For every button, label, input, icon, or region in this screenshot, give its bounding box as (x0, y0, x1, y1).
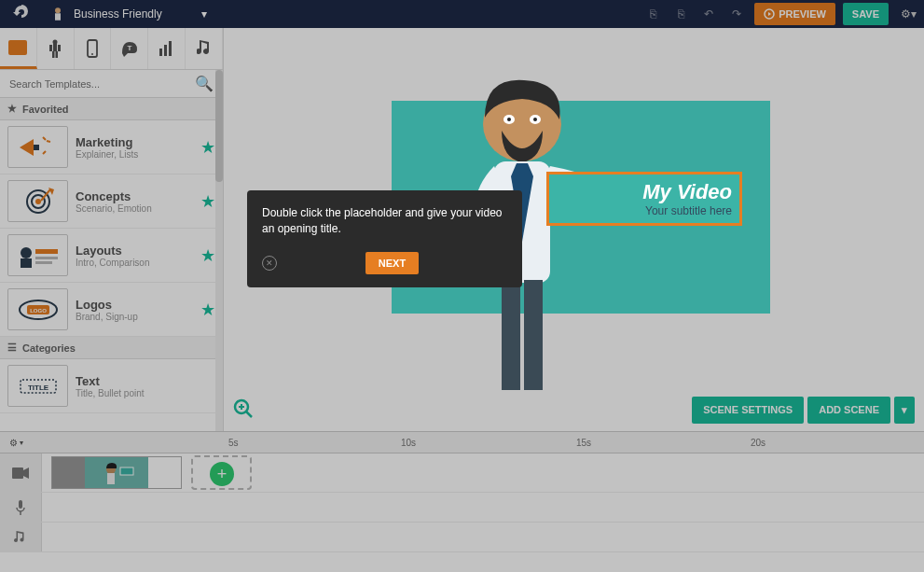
favorite-star-icon[interactable]: ★ (200, 300, 215, 320)
video-track: + (0, 453, 924, 493)
svg-point-0 (55, 7, 61, 13)
toolbar-icon-1[interactable]: ⎘ (639, 0, 667, 28)
add-scene-timeline-button[interactable]: + (210, 462, 234, 486)
settings-gear-icon[interactable]: ⚙▾ (892, 7, 924, 21)
svg-rect-1 (55, 13, 61, 21)
svg-rect-25 (35, 261, 52, 264)
save-button[interactable]: SAVE (843, 3, 889, 25)
chevron-down-icon: ▾ (201, 7, 207, 21)
tab-templates[interactable] (0, 28, 37, 69)
template-title: Text (76, 374, 215, 388)
tooltip-next-button[interactable]: NEXT (365, 252, 419, 274)
svg-rect-38 (502, 280, 520, 390)
template-subtitle: Brand, Sign-up (76, 312, 193, 322)
svg-rect-7 (49, 45, 52, 51)
template-thumb (7, 126, 68, 168)
timeline-tracks: + (0, 453, 924, 572)
svg-text:TITLE: TITLE (27, 384, 48, 392)
tooltip-close-icon[interactable]: ✕ (262, 256, 277, 271)
template-subtitle: Explainer, Lists (76, 149, 193, 160)
timeline-scene-clip[interactable] (51, 456, 182, 489)
svg-rect-8 (58, 45, 61, 51)
search-row: 🔍 (0, 70, 223, 98)
svg-rect-22 (21, 258, 32, 268)
template-title: Marketing (76, 135, 193, 149)
categories-header: ☰ Categories (0, 337, 223, 359)
sidebar-scroll-thumb[interactable] (215, 70, 223, 182)
svg-point-12 (91, 53, 93, 55)
undo-icon[interactable]: ↶ (695, 0, 723, 28)
svg-rect-17 (34, 145, 39, 150)
template-item-logos[interactable]: LOGO LogosBrand, Sign-up ★ (0, 283, 223, 337)
template-thumb: TITLE (7, 365, 68, 407)
template-item-text[interactable]: TITLE TextTitle, Bullet point (0, 359, 223, 413)
svg-rect-9 (52, 51, 55, 58)
tab-audio[interactable] (186, 28, 223, 69)
favorite-star-icon[interactable]: ★ (200, 191, 215, 212)
search-input[interactable] (9, 78, 195, 90)
template-thumb (7, 180, 68, 222)
favorite-star-icon[interactable]: ★ (200, 137, 215, 158)
add-scene-button[interactable]: ADD SCENE (807, 397, 890, 424)
star-icon: ★ (7, 103, 17, 115)
video-subtitle: Your subtitle here (645, 204, 732, 217)
sidebar-scrollbar[interactable] (215, 70, 223, 431)
list-icon: ☰ (7, 342, 17, 354)
toolbar-icon-2[interactable]: ⎘ (667, 0, 695, 28)
left-sidebar: T 🔍 ★ Favorited MarketingExplainer, List… (0, 28, 224, 431)
music-icon (0, 523, 42, 551)
favorited-header: ★ Favorited (0, 98, 223, 120)
template-title: Logos (76, 298, 193, 312)
svg-rect-23 (35, 249, 58, 254)
svg-rect-15 (164, 45, 167, 56)
timeline-tick: 5s (228, 438, 239, 448)
redo-icon[interactable]: ↷ (723, 0, 751, 28)
svg-rect-47 (120, 467, 133, 475)
play-icon (764, 8, 775, 20)
svg-rect-6 (53, 44, 57, 51)
avatar-icon (49, 6, 66, 22)
tab-character[interactable] (37, 28, 75, 69)
svg-point-20 (35, 199, 41, 204)
zoom-in-icon[interactable] (233, 398, 254, 424)
svg-rect-46 (107, 473, 115, 484)
scene-button-group: SCENE SETTINGS ADD SCENE ▾ (692, 397, 915, 424)
favorite-star-icon[interactable]: ★ (200, 245, 215, 266)
template-thumb (7, 234, 68, 276)
template-item-marketing[interactable]: MarketingExplainer, Lists ★ (0, 120, 223, 174)
svg-rect-44 (12, 467, 23, 479)
svg-rect-48 (19, 500, 22, 509)
svg-text:LOGO: LOGO (30, 308, 47, 314)
svg-point-5 (53, 40, 58, 45)
svg-point-33 (507, 118, 511, 121)
voice-track (0, 493, 924, 523)
app-logo[interactable] (0, 3, 42, 25)
template-subtitle: Scenario, Emotion (76, 203, 193, 214)
svg-point-4 (12, 43, 16, 47)
scene-settings-button[interactable]: SCENE SETTINGS (692, 397, 804, 424)
svg-rect-39 (524, 280, 543, 390)
svg-rect-24 (35, 257, 58, 259)
title-placeholder[interactable]: My Video Your subtitle here (546, 172, 742, 226)
theme-label: Business Friendly (74, 7, 162, 21)
svg-line-41 (246, 412, 252, 417)
template-subtitle: Title, Bullet point (76, 388, 215, 398)
timeline-ruler: ⚙▾ 5s 10s 15s 20s (0, 431, 924, 453)
theme-selector[interactable]: Business Friendly ▾ (42, 6, 214, 22)
timeline-settings-icon[interactable]: ⚙▾ (0, 438, 42, 448)
tutorial-tooltip: Double click the placeholder and give yo… (247, 190, 522, 287)
preview-button[interactable]: PREVIEW (754, 3, 835, 25)
svg-rect-16 (169, 41, 172, 56)
add-scene-dropdown[interactable]: ▾ (894, 397, 915, 424)
tab-props[interactable] (75, 28, 112, 69)
mic-icon (0, 493, 42, 522)
template-item-concepts[interactable]: ConceptsScenario, Emotion ★ (0, 174, 223, 229)
tab-chart[interactable] (148, 28, 186, 69)
template-thumb: LOGO (7, 288, 68, 330)
search-icon[interactable]: 🔍 (195, 75, 214, 92)
template-item-layouts[interactable]: LayoutsIntro, Comparison ★ (0, 229, 223, 283)
top-bar: Business Friendly ▾ ⎘ ⎘ ↶ ↷ PREVIEW SAVE… (0, 0, 924, 28)
video-title: My Video (642, 180, 732, 204)
svg-point-21 (21, 247, 32, 258)
tab-text[interactable]: T (111, 28, 148, 69)
